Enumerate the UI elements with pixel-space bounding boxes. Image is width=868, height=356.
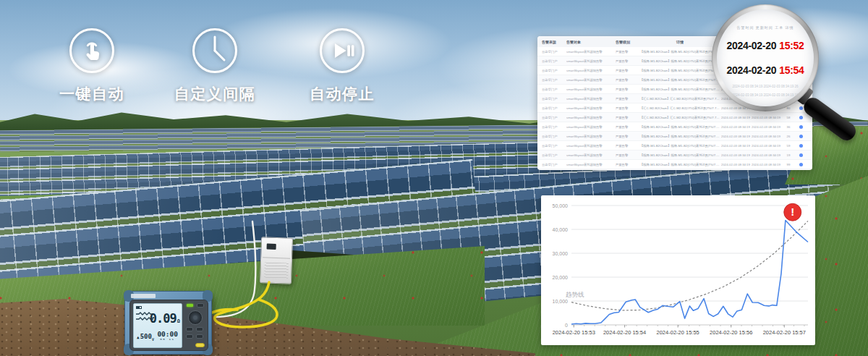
svg-text:10,000: 10,000 <box>553 299 569 304</box>
cell-tk: 99 <box>782 163 796 166</box>
cell-obj: smartSkyout衰耗超限告警 <box>566 135 616 138</box>
cell-t2: 2024-02-03 08:34:19 <box>752 116 782 119</box>
info-icon[interactable] <box>799 135 803 138</box>
cell-lvl: 严重告警 <box>616 97 640 101</box>
cell-det: 【汇C-M2-B2Chain】汇C-M2-B2(OTU)衰耗达到7%/7.7%，… <box>640 106 721 110</box>
cell-obj: smartSkyout衰耗超限告警 <box>566 144 616 148</box>
feature-badges: 一键自动 自定义间隔 自动停止 <box>0 0 448 116</box>
feature-label: 自动停止 <box>310 84 375 104</box>
cell-lvl: 严重告警 <box>616 59 640 63</box>
device-buttons <box>185 302 207 349</box>
cell-det: 【线路-M1-B2Chain】线路-M1-B2(OTU)衰耗达到7%/7.7%，… <box>640 88 721 91</box>
solar-farm-banner: 0.09Ω ▲500V 00:00mm ss <box>0 0 868 356</box>
cell-det: 【线路-M1-B2Chain】线路-M1-B2(OTU)衰耗达到7%/7.7%，… <box>640 163 721 166</box>
cell-det: 【线路-M1-B2Chain】线路-M1-B2(OTU)衰耗达到7%/7.7%，… <box>640 153 721 157</box>
cell-det: 【汇C-M2-B2Chain】汇C-M2-B2(OTU)衰耗达到7%/7.7%，… <box>640 116 721 119</box>
ohm-unit: Ω <box>177 318 179 324</box>
svg-text:2024-02-20 15:57: 2024-02-20 15:57 <box>763 329 806 336</box>
tap-icon <box>69 28 114 73</box>
cell-t1: 2024-02-03 08:34:19 <box>721 144 752 148</box>
info-icon[interactable] <box>799 116 803 119</box>
feature-auto-stop: 自动停止 <box>284 28 400 104</box>
table-row: 云边管门户smartSkyout衰耗超限告警严重告警【线路-M1-B2Chain… <box>537 132 812 141</box>
play-pause-icon <box>320 28 365 73</box>
svg-text:!: ! <box>791 205 794 218</box>
alarm-chart-svg: 010,00020,00030,00040,00050,0002024-02-2… <box>541 195 815 345</box>
cell-obj: smartSkyout衰耗超限告警 <box>566 116 616 119</box>
feature-one-key-auto: 一键自动 <box>34 28 150 104</box>
cell-src: 云边管门户 <box>542 106 566 110</box>
feature-label: 自定义间隔 <box>174 84 256 104</box>
cell-t1: 2024-02-03 08:34:19 <box>721 125 752 129</box>
table-row: 云边管门户smartSkyout衰耗超限告警严重告警【线路-M1-B2Chain… <box>537 141 812 151</box>
cell-lvl: 严重告警 <box>616 69 640 72</box>
column-header: 告警来源 <box>542 40 566 44</box>
resistance-reading: 0.09Ω <box>150 311 179 326</box>
cell-tk: 26 <box>782 135 796 138</box>
svg-text:2024-02-20 15:54: 2024-02-20 15:54 <box>603 329 646 336</box>
cell-obj: smartSkyout衰耗超限告警 <box>566 97 616 101</box>
cell-det: 【线路-M1-B2Chain】线路-M1-B2(OTU)衰耗达到7%/7.7%，… <box>640 78 721 82</box>
svg-text:2024-02-20 15:56: 2024-02-20 15:56 <box>710 329 752 336</box>
info-icon[interactable] <box>799 163 803 166</box>
cell-tk: 19 <box>782 153 796 157</box>
cell-obj: smartSkyout衰耗超限告警 <box>566 106 616 110</box>
cell-lvl: 严重告警 <box>616 106 640 110</box>
column-header: 告警对象 <box>566 40 616 44</box>
cell-t2: 2024-02-03 08:34:19 <box>752 135 782 138</box>
cell-lvl: 严重告警 <box>616 153 640 157</box>
cell-t2: 2024-02-03 08:34:19 <box>752 153 782 157</box>
cell-src: 云边管门户 <box>542 88 566 91</box>
cell-src: 云边管门户 <box>542 144 566 148</box>
table-row: 云边管门户smartSkyout衰耗超限告警严重告警【线路-M1-B2Chain… <box>537 151 812 160</box>
clock-icon <box>192 28 237 73</box>
device-button <box>186 327 193 331</box>
cell-t1: 2024-02-03 08:34:19 <box>721 116 752 119</box>
cell-lvl: 严重告警 <box>616 88 640 91</box>
cell-src: 云边管门户 <box>542 50 566 54</box>
magnified-table-header: 告警时间 更新时间 工单 详情 <box>717 25 814 30</box>
magnified-row: 2024-02-2015:52 <box>717 40 814 51</box>
cell-det: 【线路-M1-B2Chain】线路-M1-B2(OTU)衰耗达到7%/7.7%，… <box>640 50 721 54</box>
cell-lvl: 严重告警 <box>616 135 640 138</box>
cell-det: 【汇C-M2-B2Chain】汇C-M2-B2(OTU)衰耗达到7%/7.7%，… <box>640 97 721 101</box>
svg-text:2024-02-20 15:55: 2024-02-20 15:55 <box>657 329 699 336</box>
dpad-button <box>188 310 203 325</box>
svg-text:20,000: 20,000 <box>553 275 569 280</box>
optical-tester-device: 0.09Ω ▲500V 00:00mm ss <box>124 291 212 355</box>
info-icon[interactable] <box>799 125 803 129</box>
cell-obj: smartSkyout衰耗超限告警 <box>566 125 616 129</box>
warning-triangle-icon: ▲ <box>137 334 140 339</box>
cell-obj: smartSkyout衰耗超限告警 <box>566 163 616 166</box>
svg-text:趋势线: 趋势线 <box>566 291 584 298</box>
power-led <box>187 304 193 307</box>
info-icon[interactable] <box>799 106 803 110</box>
cell-t1: 2024-02-03 08:34:19 <box>721 135 752 138</box>
svg-text:0: 0 <box>565 323 568 328</box>
yellow-function-button <box>195 343 205 347</box>
cell-lvl: 严重告警 <box>616 116 640 119</box>
cell-obj: smartSkyout衰耗超限告警 <box>566 59 616 63</box>
feature-custom-interval: 自定义间隔 <box>157 28 273 104</box>
cell-src: 云边管门户 <box>542 163 566 166</box>
cell-t1: 2024-02-03 08:34:19 <box>721 153 752 157</box>
column-header: 告警级别 <box>616 40 640 44</box>
cell-src: 云边管门户 <box>542 59 566 63</box>
svg-text:2024-02-20 15:53: 2024-02-20 15:53 <box>553 329 595 336</box>
cell-t1: 2024-02-03 08:34:19 <box>721 163 752 166</box>
info-icon[interactable] <box>799 144 803 148</box>
cell-tk: 59 <box>782 144 796 148</box>
magnified-row: 2024-02-2015:54 <box>717 64 814 76</box>
battery-icon <box>136 306 142 309</box>
cell-lvl: 严重告警 <box>616 125 640 129</box>
device-button <box>196 327 203 331</box>
cell-obj: smartSkyout衰耗超限告警 <box>566 88 616 91</box>
cell-tk: 58 <box>782 116 796 119</box>
cell-t2: 2024-02-03 08:34:19 <box>752 144 782 148</box>
info-icon[interactable] <box>799 153 803 157</box>
cell-src: 云边管门户 <box>542 153 566 157</box>
svg-text:50,000: 50,000 <box>553 203 569 208</box>
cell-t2: 2024-02-03 08:34:19 <box>752 125 782 129</box>
cell-det: 【线路-M1-B2Chain】线路-M1-B2(OTU)衰耗达到7%/7.7%，… <box>640 69 721 72</box>
cell-src: 云边管门户 <box>542 97 566 101</box>
